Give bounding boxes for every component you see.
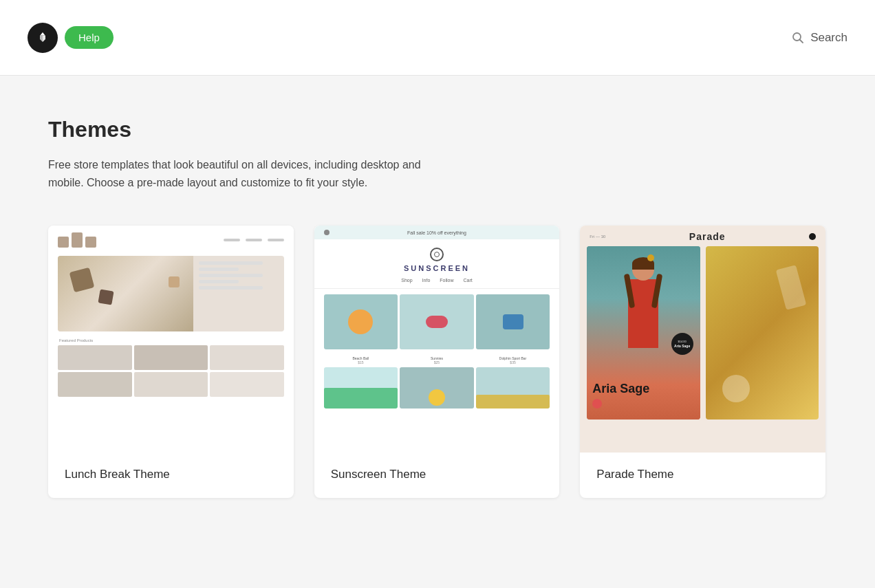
pr-artist-name: Aria Sage xyxy=(592,382,649,396)
header: Help Search xyxy=(0,0,875,76)
ss-nav-follow: Follow xyxy=(440,278,453,283)
ss-close-btn xyxy=(324,230,330,235)
lb-hero-image xyxy=(58,256,193,331)
pr-date: Fri — 30 xyxy=(590,235,605,239)
lb-nav-dot3 xyxy=(268,239,284,241)
lb-line3 xyxy=(199,274,262,277)
ss-logo-inner xyxy=(434,252,440,257)
lb-decor3 xyxy=(169,276,180,287)
theme-name-parade: Parade Theme xyxy=(580,453,825,498)
lb-sidebar xyxy=(193,256,283,331)
search-label: Search xyxy=(810,31,847,45)
pr-topbar: Fri — 30 Parade xyxy=(580,226,825,246)
ss-label-2: Sunnies $25 xyxy=(400,356,474,364)
page-description: Free store templates that look beautiful… xyxy=(48,156,433,191)
ss-label-1: Beach Ball $15 xyxy=(324,356,398,364)
ss-sale-bar: Fall sale 10% off everything xyxy=(314,226,560,239)
ss-product-3 xyxy=(476,294,550,349)
lb-line1 xyxy=(199,261,262,265)
ss-sale-text: Fall sale 10% off everything xyxy=(330,230,545,235)
pr-main: $14.00 Aria Sage Aria Sage xyxy=(580,246,825,425)
pr-img2-inner xyxy=(706,246,819,420)
ss-product2-2 xyxy=(400,367,474,409)
lb-logo xyxy=(58,232,96,248)
header-left: Help xyxy=(28,23,114,53)
ss-nav-shop: Shop xyxy=(401,278,412,283)
lb-decor2 xyxy=(98,290,114,305)
lb-product-4 xyxy=(58,372,132,397)
ss-product2-3 xyxy=(476,367,550,409)
theme-preview-lunch-break: Featured Products xyxy=(48,226,294,453)
ss-header: SUNSCREEN Shop Info Follow Cart xyxy=(314,239,560,289)
ss-product2-1 xyxy=(324,367,398,409)
lb-featured: Featured Products xyxy=(58,338,284,397)
ss-logo xyxy=(430,248,444,261)
lb-product-3 xyxy=(210,345,284,370)
lb-logo-box2 xyxy=(72,232,83,248)
help-button[interactable]: Help xyxy=(65,26,114,49)
lb-line4 xyxy=(199,280,239,283)
page-title: Themes xyxy=(48,117,827,142)
search-area[interactable]: Search xyxy=(791,31,847,45)
theme-card-parade[interactable]: Fri — 30 Parade xyxy=(580,226,825,498)
pr-brand: Parade xyxy=(689,231,726,242)
ss-product-2 xyxy=(400,294,474,349)
theme-preview-sunscreen: Fall sale 10% off everything SUNSCREEN S… xyxy=(314,226,560,453)
ss-nav: Shop Info Follow Cart xyxy=(324,278,550,283)
pr-play-button xyxy=(592,399,602,409)
lb-product-5 xyxy=(134,372,208,397)
ss-label-3: Dolphin Sport Bar $35 xyxy=(476,356,550,364)
lb-nav xyxy=(224,239,284,241)
ss-product-labels: Beach Ball $15 Sunnies $25 Dolphin Sport… xyxy=(314,355,560,364)
pr-image2 xyxy=(706,246,819,420)
lb-decor1 xyxy=(69,268,95,293)
lb-product-grid xyxy=(58,345,284,397)
lb-nav-dot2 xyxy=(246,239,262,241)
pr-left-col: $14.00 Aria Sage Aria Sage xyxy=(587,246,700,420)
pr-dot xyxy=(809,233,816,240)
lb-product-1 xyxy=(58,345,132,370)
theme-grid: Featured Products Lunch Break Theme xyxy=(48,226,825,498)
ss-products-row1 xyxy=(314,289,560,355)
lb-line2 xyxy=(199,268,239,271)
theme-preview-parade: Fri — 30 Parade xyxy=(580,226,825,453)
ss-products-row2 xyxy=(314,364,560,414)
ss-brand-name: SUNSCREEN xyxy=(324,264,550,272)
pr-right-col xyxy=(706,246,819,420)
theme-name-sunscreen: Sunscreen Theme xyxy=(314,453,560,498)
ss-product-1 xyxy=(324,294,398,349)
pr-price-circle: $14.00 Aria Sage xyxy=(671,333,693,355)
lb-product-6 xyxy=(210,372,284,397)
lb-line5 xyxy=(199,286,262,290)
lb-logo-box1 xyxy=(58,237,69,248)
lb-nav-dot1 xyxy=(224,239,240,241)
lb-topbar xyxy=(48,226,294,252)
svg-line-1 xyxy=(800,39,803,43)
ss-nav-cart: Cart xyxy=(464,278,473,283)
lb-product-2 xyxy=(134,345,208,370)
lb-logo-box3 xyxy=(85,237,96,248)
main-content: Themes Free store templates that look be… xyxy=(0,76,875,539)
theme-name-lunch-break: Lunch Break Theme xyxy=(48,453,294,498)
theme-card-sunscreen[interactable]: Fall sale 10% off everything SUNSCREEN S… xyxy=(314,226,560,498)
lb-hero xyxy=(58,256,284,331)
ss-nav-info: Info xyxy=(422,278,431,283)
logo-icon xyxy=(28,23,58,53)
search-icon xyxy=(791,31,805,45)
theme-card-lunch-break[interactable]: Featured Products Lunch Break Theme xyxy=(48,226,294,498)
lb-featured-label: Featured Products xyxy=(58,338,284,342)
